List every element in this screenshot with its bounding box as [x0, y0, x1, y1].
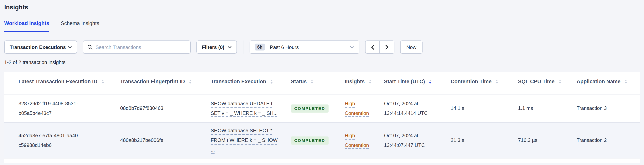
transaction-execution-cell: SHOW database UPDATE t SET v = _ WHERE k…	[196, 94, 276, 122]
fingerprint-id-cell: 480a8b217be006fe	[106, 122, 196, 158]
tab-bar-divider	[4, 31, 644, 32]
sql-statement-link[interactable]: SHOW database UPDATE t	[211, 100, 272, 106]
tab-schema-insights[interactable]: Schema Insights	[61, 21, 99, 32]
column-header-contention-time[interactable]: Contention Time	[436, 72, 504, 94]
high-contention-link[interactable]: High Contention	[345, 132, 369, 148]
time-range-picker[interactable]: 6h Past 6 Hours	[250, 41, 359, 54]
status-cell: COMPLETED	[276, 94, 330, 122]
now-button[interactable]: Now	[400, 41, 422, 54]
sort-icon	[189, 80, 192, 84]
chevron-down-icon	[68, 46, 72, 48]
tab-label: Schema Insights	[61, 21, 99, 26]
time-range-label: Past 6 Hours	[270, 44, 299, 50]
execution-id-cell: 328729d2-ff19-4408-8531-b05a5b4e43c7	[4, 94, 106, 122]
column-header-sql-cpu-time[interactable]: SQL CPU Time	[504, 72, 562, 94]
sql-statement-link[interactable]: SHOW database SELECT *	[211, 128, 272, 133]
chevron-down-icon	[350, 46, 354, 48]
transaction-type-label: Transaction Executions	[10, 44, 66, 50]
execution-id-cell: 452da3e7-e7fa-4801-aa40-c59988d14eb6	[4, 122, 106, 158]
sort-icon	[270, 80, 273, 84]
fingerprint-id-cell: 08d8b7d97f830463	[106, 94, 196, 122]
table-row: 328729d2-ff19-4408-8531-b05a5b4e43c7 08d…	[4, 94, 640, 122]
column-header-latest-transaction-execution-id[interactable]: Latest Transaction Execution ID	[4, 72, 106, 94]
filters-label: Filters (0)	[202, 44, 224, 50]
table-row: 452da3e7-e7fa-4801-aa40-c59988d14eb6 480…	[4, 122, 640, 158]
status-cell: COMPLETED	[276, 122, 330, 158]
time-range-nav	[365, 41, 394, 54]
sql-cpu-time-cell: 1.1 ms	[504, 94, 562, 122]
sql-statement-link[interactable]: SET v = _ WHERE k = _ SH...	[211, 110, 278, 116]
column-header-transaction-fingerprint-id[interactable]: Transaction Fingerprint ID	[106, 72, 196, 94]
transaction-execution-cell: SHOW database SELECT * FROM t WHERE k = …	[196, 122, 276, 158]
time-range-badge: 6h	[254, 44, 265, 51]
column-header-application-name[interactable]: Application Name	[562, 72, 640, 94]
tab-label: Workload Insights	[4, 21, 49, 26]
previous-range-button[interactable]	[366, 41, 380, 53]
column-header-insights[interactable]: Insights	[330, 72, 370, 94]
sql-statement-link[interactable]: ...	[211, 147, 215, 153]
transaction-type-dropdown[interactable]: Transaction Executions	[4, 41, 77, 54]
toolbar: Transaction Executions Filters (0)	[4, 41, 644, 54]
page-title: Insights	[4, 0, 644, 11]
insights-page: Insights Workload Insights Schema Insigh…	[0, 0, 644, 165]
page-container: Insights Workload Insights Schema Insigh…	[0, 0, 644, 165]
insights-cell: High Contention	[330, 94, 370, 122]
search-icon	[88, 45, 92, 50]
status-badge: COMPLETED	[291, 136, 329, 144]
status-badge: COMPLETED	[291, 104, 329, 113]
chevron-left-icon	[371, 45, 374, 50]
tab-workload-insights[interactable]: Workload Insights	[4, 21, 49, 32]
column-header-status[interactable]: Status	[276, 72, 330, 94]
tab-bar: Workload Insights Schema Insights	[4, 21, 644, 32]
chevron-right-icon	[385, 45, 389, 50]
insights-cell: High Contention	[330, 122, 370, 158]
search-input[interactable]	[96, 44, 186, 50]
sort-icon	[625, 80, 627, 84]
column-header-transaction-execution[interactable]: Transaction Execution	[196, 72, 276, 94]
search-box[interactable]	[83, 41, 191, 54]
sort-desc-icon	[429, 80, 432, 84]
transaction-insights-table: Latest Transaction Execution ID Transact…	[4, 72, 640, 158]
sort-icon	[496, 80, 498, 84]
application-name-cell: Transaction 2	[562, 122, 640, 158]
results-summary: 1-2 of 2 transaction insights	[4, 59, 644, 65]
now-button-label: Now	[406, 44, 416, 50]
insights-table-card: Latest Transaction Execution ID Transact…	[4, 72, 640, 163]
toolbar-divider	[243, 41, 244, 54]
next-range-button[interactable]	[380, 41, 394, 53]
column-header-start-time[interactable]: Start Time (UTC)	[370, 72, 436, 94]
sort-icon	[369, 80, 371, 84]
application-name-cell: Transaction 3	[562, 94, 640, 122]
sql-statement-link[interactable]: FROM t WHERE k = _ SHOW	[211, 137, 278, 143]
start-time-cell: Oct 07, 2024 at 13:44:07.447 UTC	[370, 122, 436, 158]
sql-cpu-time-cell: 716.3 µs	[504, 122, 562, 158]
sort-icon	[102, 80, 104, 84]
high-contention-link[interactable]: High Contention	[345, 100, 369, 116]
sort-icon	[311, 80, 313, 84]
filters-dropdown[interactable]: Filters (0)	[196, 41, 237, 54]
contention-time-cell: 21.3 s	[436, 122, 504, 158]
start-time-cell: Oct 07, 2024 at 13:44:14.4414 UTC	[370, 94, 436, 122]
active-tab-indicator	[4, 31, 49, 32]
chevron-down-icon	[228, 46, 231, 48]
contention-time-cell: 14.1 s	[436, 94, 504, 122]
sort-icon	[559, 80, 561, 84]
table-header-row: Latest Transaction Execution ID Transact…	[4, 72, 640, 94]
